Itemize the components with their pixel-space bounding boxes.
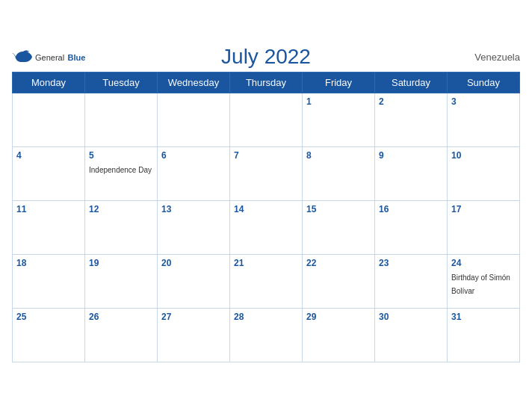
day-headers-row: MondayTuesdayWednesdayThursdayFridaySatu… [13, 72, 520, 93]
month-title: July 2022 [221, 45, 311, 69]
calendar-cell [85, 93, 158, 146]
calendar-cell: 27 [158, 308, 230, 362]
day-number: 15 [306, 204, 371, 214]
day-header-wednesday: Wednesday [158, 72, 230, 93]
calendar-cell: 10 [448, 146, 520, 200]
calendar-cell: 3 [448, 93, 520, 146]
day-number: 24 [451, 258, 516, 268]
day-number: 12 [89, 204, 153, 214]
calendar-cell: 25 [13, 308, 85, 362]
day-number: 13 [161, 204, 226, 214]
day-number: 6 [161, 150, 226, 161]
calendar-cell: 13 [158, 200, 230, 254]
logo-bird-icon [12, 50, 33, 64]
day-header-sunday: Sunday [448, 72, 520, 93]
day-number: 1 [306, 96, 371, 107]
logo-blue: Blue [68, 53, 86, 62]
calendar-cell: 6 [158, 146, 230, 200]
calendar-cell: 12 [85, 200, 158, 254]
calendar-cell: 29 [303, 308, 375, 362]
day-number: 20 [161, 258, 226, 268]
week-row-4: 18192021222324Birthday of Simón Bolívar [13, 254, 520, 308]
day-number: 27 [161, 312, 226, 322]
logo-general: General [35, 53, 64, 62]
day-number: 21 [234, 258, 298, 268]
week-row-3: 11121314151617 [13, 200, 520, 254]
calendar-cell: 9 [375, 146, 448, 200]
week-row-2: 45Independence Day678910 [13, 146, 520, 200]
day-number: 26 [89, 312, 153, 322]
calendar-cell: 18 [13, 254, 85, 308]
calendar-cell: 11 [13, 200, 85, 254]
day-header-monday: Monday [13, 72, 85, 93]
calendar-header: General Blue July 2022 Venezuela [12, 45, 520, 69]
day-number: 4 [16, 150, 81, 161]
day-number: 14 [234, 204, 298, 214]
day-number: 22 [306, 258, 371, 268]
calendar-cell: 2 [375, 93, 448, 146]
calendar-container: General Blue July 2022 Venezuela MondayT… [0, 37, 532, 374]
day-number: 5 [89, 150, 153, 161]
day-number: 19 [89, 258, 153, 268]
calendar-cell [13, 93, 85, 146]
day-header-tuesday: Tuesday [85, 72, 158, 93]
calendar-cell: 15 [303, 200, 375, 254]
day-number: 18 [16, 258, 81, 268]
calendar-cell [230, 93, 303, 146]
day-number: 30 [379, 312, 443, 322]
calendar-cell [158, 93, 230, 146]
calendar-cell: 28 [230, 308, 303, 362]
calendar-cell: 21 [230, 254, 303, 308]
day-number: 9 [379, 150, 443, 161]
week-row-5: 25262728293031 [13, 308, 520, 362]
day-header-thursday: Thursday [230, 72, 303, 93]
day-number: 7 [234, 150, 298, 161]
day-number: 28 [234, 312, 298, 322]
calendar-cell: 23 [375, 254, 448, 308]
calendar-cell: 8 [303, 146, 375, 200]
day-number: 2 [379, 96, 443, 107]
calendar-cell: 31 [448, 308, 520, 362]
calendar-cell: 30 [375, 308, 448, 362]
country-label: Venezuela [474, 51, 520, 62]
calendar-cell: 17 [448, 200, 520, 254]
day-number: 23 [379, 258, 443, 268]
day-number: 11 [16, 204, 81, 214]
holiday-label: Birthday of Simón Bolívar [451, 274, 510, 295]
calendar-cell: 4 [13, 146, 85, 200]
calendar-cell: 26 [85, 308, 158, 362]
calendar-grid: MondayTuesdayWednesdayThursdayFridaySatu… [12, 72, 520, 362]
day-number: 16 [379, 204, 443, 214]
calendar-cell: 16 [375, 200, 448, 254]
logo-area: General Blue [12, 50, 85, 64]
day-number: 31 [451, 312, 516, 322]
calendar-cell: 19 [85, 254, 158, 308]
calendar-cell: 20 [158, 254, 230, 308]
calendar-cell: 1 [303, 93, 375, 146]
calendar-cell: 14 [230, 200, 303, 254]
week-row-1: 123 [13, 93, 520, 146]
calendar-cell: 5Independence Day [85, 146, 158, 200]
day-number: 3 [451, 96, 516, 107]
day-header-saturday: Saturday [375, 72, 448, 93]
day-number: 17 [451, 204, 516, 214]
calendar-cell: 22 [303, 254, 375, 308]
day-number: 25 [16, 312, 81, 322]
holiday-label: Independence Day [89, 166, 152, 174]
day-number: 10 [451, 150, 516, 161]
calendar-cell: 7 [230, 146, 303, 200]
day-header-friday: Friday [303, 72, 375, 93]
calendar-cell: 24Birthday of Simón Bolívar [448, 254, 520, 308]
day-number: 8 [306, 150, 371, 161]
day-number: 29 [306, 312, 371, 322]
